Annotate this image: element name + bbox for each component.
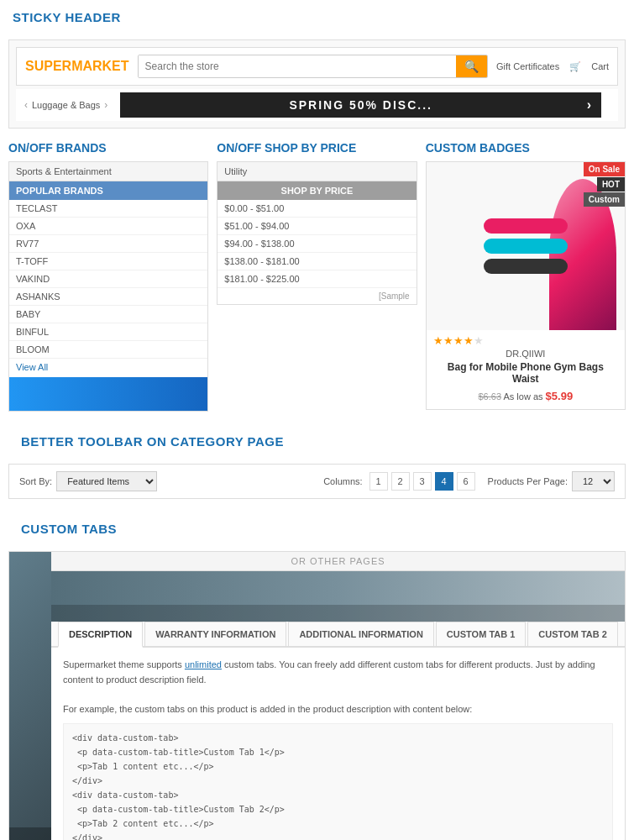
custom-badges-column: CUSTOM BADGES On Sale HOT Custom ★★★★★ D… (426, 141, 626, 412)
or-other-pages-bar: OR OTHER PAGES (51, 552, 625, 571)
star-5-empty: ★ (474, 334, 484, 347)
price-box: Utility SHOP BY PRICE $0.00 - $51.00 $51… (217, 161, 417, 305)
col-6[interactable]: 6 (457, 472, 475, 491)
product-side-image (9, 552, 51, 840)
code-block: <div data-custom-tab> <p data-custom-tab… (63, 723, 613, 840)
band-black (484, 259, 568, 274)
star-3: ★ (453, 334, 464, 347)
nav-left-arrow[interactable]: ‹ (24, 99, 28, 111)
brand-item-binful[interactable]: BINFUL (9, 323, 207, 341)
unlimited-link[interactable]: unlimited (185, 659, 222, 669)
sort-by-label: Sort By: (19, 476, 52, 486)
col-1[interactable]: 1 (369, 472, 388, 491)
price-range-3[interactable]: $138.00 - $181.00 (217, 253, 416, 270)
tab-custom-1[interactable]: CUSTOM TAB 1 (436, 622, 527, 646)
tab-custom-2[interactable]: CUSTOM TAB 2 (527, 622, 618, 646)
col-3[interactable]: 3 (413, 472, 432, 491)
as-low-as: As low as (503, 391, 542, 402)
badge-box: On Sale HOT Custom ★★★★★ DR.QIIWI Bag fo… (426, 161, 626, 410)
tabs-top-area: OR OTHER PAGES DESCRIPTION WARRANTY INFO… (9, 552, 625, 840)
price-range-0[interactable]: $0.00 - $51.00 (217, 200, 416, 218)
badge-custom: Custom (584, 192, 625, 207)
brands-category: Sports & Entertainment (9, 162, 207, 181)
column-numbers: 1 2 3 4 6 (369, 472, 475, 491)
custom-tabs-title: CUSTOM TABS (8, 512, 626, 543)
custom-badges-title: CUSTOM BADGES (426, 141, 626, 155)
toolbar-section-title: BETTER TOOLBAR ON CATEGORY PAGE (8, 424, 626, 455)
tab-additional-information[interactable]: ADDITIONAL INFORMATION (288, 622, 433, 646)
new-price: $5.99 (546, 390, 574, 402)
logo: SUPERMARKET (25, 59, 129, 74)
band-cyan (484, 239, 568, 254)
price-sample: [Sample (217, 288, 416, 304)
cart-link[interactable]: Cart (591, 61, 609, 71)
tab-warranty[interactable]: WARRANTY INFORMATION (144, 622, 286, 646)
columns-label: Columns: (323, 476, 362, 486)
brand-item-ttoff[interactable]: T-TOFF (9, 253, 207, 270)
old-price: $6.63 (478, 391, 501, 402)
badge-on-sale: On Sale (584, 162, 625, 176)
search-bar: 🔍 (138, 55, 488, 78)
product-stars: ★★★★★ (427, 330, 625, 349)
brands-image-strip (9, 377, 207, 411)
banner-right-arrow[interactable]: › (587, 97, 593, 113)
sticky-header-title: STICKY HEADER (0, 0, 634, 31)
brands-column: ON/OFF BRANDS Sports & Entertainment POP… (8, 141, 208, 412)
tab-content-description: Supermarket theme supports unlimited cus… (51, 648, 625, 840)
three-columns: ON/OFF BRANDS Sports & Entertainment POP… (0, 141, 634, 424)
sort-select[interactable]: Featured Items (56, 471, 157, 491)
brand-item-oxa[interactable]: OXA (9, 218, 207, 235)
product-title[interactable]: Bag for Mobile Phone Gym Bags Waist (427, 359, 625, 387)
product-hero-banner (51, 571, 625, 622)
price-range-2[interactable]: $94.00 - $138.00 (217, 235, 416, 253)
custom-tabs-section: CUSTOM TABS OR OTHER PAGES DESCRIPTION W… (0, 512, 634, 840)
tab-content-line1: Supermarket theme supports unlimited cus… (63, 658, 613, 687)
search-button[interactable]: 🔍 (456, 55, 487, 77)
col-4-active[interactable]: 4 (435, 472, 453, 491)
brands-box: Sports & Entertainment POPULAR BRANDS TE… (8, 161, 208, 412)
header-nav: ‹ Luggage & Bags › SPRING 50% DISC... › (16, 89, 618, 121)
cart-icon[interactable]: 🛒 (569, 61, 581, 72)
product-bands (475, 210, 576, 282)
band-pink (484, 218, 568, 234)
search-input[interactable] (139, 55, 456, 77)
shop-by-price-title: ON/OFF SHOP BY PRICE (217, 141, 417, 155)
tab-description[interactable]: DESCRIPTION (58, 622, 143, 648)
star-2: ★ (443, 334, 453, 347)
tabs-navigation: DESCRIPTION WARRANTY INFORMATION ADDITIO… (51, 622, 625, 648)
col-2[interactable]: 2 (391, 472, 410, 491)
per-page-label: Products Per Page: (488, 476, 568, 486)
brand-item-baby[interactable]: BABY (9, 306, 207, 323)
header-actions: Gift Certificates 🛒 Cart (496, 61, 609, 72)
brand-item-ashanks[interactable]: ASHANKS (9, 288, 207, 306)
toolbar-section: BETTER TOOLBAR ON CATEGORY PAGE Sort By:… (0, 424, 634, 512)
nav-right-arrow[interactable]: › (104, 99, 107, 111)
brands-view-all[interactable]: View All (9, 359, 207, 375)
star-1: ★ (433, 334, 443, 347)
banner-text: SPRING 50% DISC... (289, 98, 432, 112)
tabs-main-area: OR OTHER PAGES DESCRIPTION WARRANTY INFO… (51, 552, 625, 840)
seller-name: DR.QIIWI (427, 349, 625, 359)
star-4: ★ (464, 334, 474, 347)
toolbar-box: Sort By: Featured Items Columns: 1 2 3 4… (8, 464, 626, 499)
per-page-select[interactable]: 12 (572, 471, 615, 491)
nav-item[interactable]: Luggage & Bags (32, 100, 100, 110)
brand-item-rv77[interactable]: RV77 (9, 235, 207, 253)
shop-by-price-column: ON/OFF SHOP BY PRICE Utility SHOP BY PRI… (217, 141, 417, 412)
brand-item-bloom[interactable]: BLOOM (9, 341, 207, 359)
shop-by-price-header: SHOP BY PRICE (217, 181, 416, 200)
banner-strip: SPRING 50% DISC... › (120, 92, 601, 118)
price-range-1[interactable]: $51.00 - $94.00 (217, 218, 416, 235)
brand-item-teclast[interactable]: TECLAST (9, 200, 207, 218)
popular-brands-header: POPULAR BRANDS (9, 181, 207, 200)
tabs-outer-box: OR OTHER PAGES DESCRIPTION WARRANTY INFO… (8, 551, 626, 840)
sticky-header-section: STICKY HEADER SUPERMARKET 🔍 Gift Certifi… (0, 0, 634, 141)
sticky-header-box: SUPERMARKET 🔍 Gift Certificates 🛒 Cart ‹… (8, 39, 626, 129)
badge-hot: HOT (597, 177, 625, 192)
header-inner: SUPERMARKET 🔍 Gift Certificates 🛒 Cart (16, 47, 618, 86)
price-range-4[interactable]: $181.00 - $225.00 (217, 270, 416, 288)
gift-certificates-link[interactable]: Gift Certificates (496, 61, 559, 71)
tab-content-line2: For example, the custom tabs on this pro… (63, 702, 613, 717)
brands-title: ON/OFF BRANDS (8, 141, 208, 155)
brand-item-vakind[interactable]: VAKIND (9, 270, 207, 288)
